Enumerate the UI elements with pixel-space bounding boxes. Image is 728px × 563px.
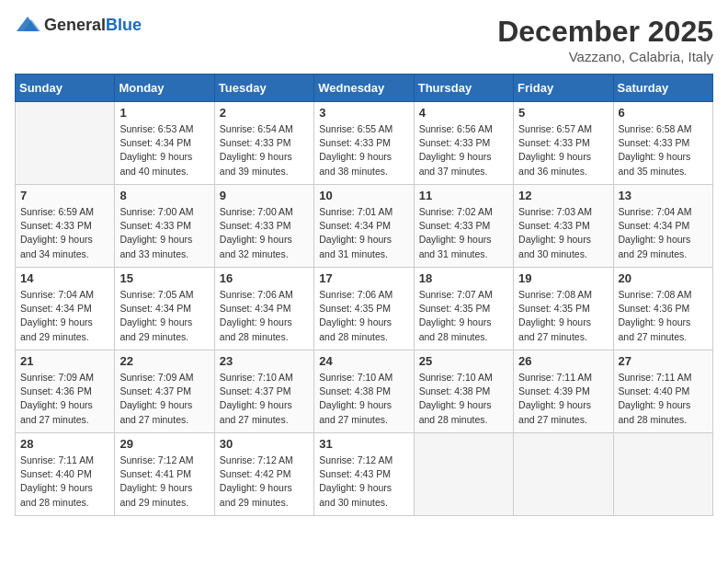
day-number: 4 <box>419 106 508 120</box>
day-info: Sunrise: 7:07 AMSunset: 4:35 PMDaylight:… <box>419 288 508 344</box>
day-number: 16 <box>220 271 309 285</box>
calendar-week-row: 28Sunrise: 7:11 AMSunset: 4:40 PMDayligh… <box>16 433 713 516</box>
calendar-cell <box>514 433 613 516</box>
calendar-cell: 15Sunrise: 7:05 AMSunset: 4:34 PMDayligh… <box>115 268 214 350</box>
calendar-cell: 20Sunrise: 7:08 AMSunset: 4:36 PMDayligh… <box>613 268 712 350</box>
calendar-cell: 18Sunrise: 7:07 AMSunset: 4:35 PMDayligh… <box>414 268 513 350</box>
day-info: Sunrise: 6:56 AMSunset: 4:33 PMDaylight:… <box>419 122 508 178</box>
day-number: 11 <box>419 189 508 202</box>
day-info: Sunrise: 7:09 AMSunset: 4:36 PMDaylight:… <box>20 371 109 427</box>
day-info: Sunrise: 7:06 AMSunset: 4:35 PMDaylight:… <box>319 288 408 344</box>
day-info: Sunrise: 7:06 AMSunset: 4:34 PMDaylight:… <box>220 288 309 344</box>
day-info: Sunrise: 7:02 AMSunset: 4:33 PMDaylight:… <box>419 205 508 261</box>
day-number: 8 <box>119 189 209 202</box>
calendar-cell: 31Sunrise: 7:12 AMSunset: 4:43 PMDayligh… <box>314 433 414 516</box>
page-header: GeneralBlue December 2025 Vazzano, Calab… <box>15 15 713 64</box>
day-of-week-header: Wednesday <box>314 75 414 102</box>
day-number: 24 <box>319 354 408 368</box>
day-info: Sunrise: 7:11 AMSunset: 4:40 PMDaylight:… <box>20 454 109 510</box>
calendar-cell: 3Sunrise: 6:55 AMSunset: 4:33 PMDaylight… <box>314 102 414 185</box>
logo: GeneralBlue <box>15 15 142 35</box>
day-info: Sunrise: 7:00 AMSunset: 4:33 PMDaylight:… <box>220 205 309 261</box>
day-number: 21 <box>20 354 109 368</box>
calendar-cell <box>414 433 513 516</box>
day-number: 31 <box>319 437 408 451</box>
day-info: Sunrise: 6:54 AMSunset: 4:33 PMDaylight:… <box>220 122 309 178</box>
day-of-week-header: Saturday <box>613 75 712 102</box>
calendar-cell: 27Sunrise: 7:11 AMSunset: 4:40 PMDayligh… <box>613 350 712 433</box>
calendar-week-row: 14Sunrise: 7:04 AMSunset: 4:34 PMDayligh… <box>16 268 713 350</box>
calendar-cell: 6Sunrise: 6:58 AMSunset: 4:33 PMDaylight… <box>613 102 712 185</box>
day-info: Sunrise: 7:12 AMSunset: 4:41 PMDaylight:… <box>119 454 209 510</box>
calendar-cell: 4Sunrise: 6:56 AMSunset: 4:33 PMDaylight… <box>414 102 513 185</box>
calendar-cell: 8Sunrise: 7:00 AMSunset: 4:33 PMDaylight… <box>115 185 214 268</box>
logo-text-blue: Blue <box>106 16 142 34</box>
day-info: Sunrise: 6:55 AMSunset: 4:33 PMDaylight:… <box>319 122 408 178</box>
day-of-week-header: Monday <box>115 75 214 102</box>
calendar-cell: 30Sunrise: 7:12 AMSunset: 4:42 PMDayligh… <box>214 433 313 516</box>
calendar-header-row: SundayMondayTuesdayWednesdayThursdayFrid… <box>16 75 713 102</box>
calendar-cell: 28Sunrise: 7:11 AMSunset: 4:40 PMDayligh… <box>16 433 115 516</box>
day-number: 23 <box>220 354 309 368</box>
day-info: Sunrise: 7:10 AMSunset: 4:37 PMDaylight:… <box>220 371 309 427</box>
calendar-cell: 17Sunrise: 7:06 AMSunset: 4:35 PMDayligh… <box>314 268 414 350</box>
day-number: 26 <box>518 354 608 368</box>
day-number: 22 <box>119 354 209 368</box>
month-title: December 2025 <box>497 15 713 49</box>
day-info: Sunrise: 7:05 AMSunset: 4:34 PMDaylight:… <box>119 288 209 344</box>
calendar-cell: 9Sunrise: 7:00 AMSunset: 4:33 PMDaylight… <box>214 185 313 268</box>
calendar-cell: 2Sunrise: 6:54 AMSunset: 4:33 PMDaylight… <box>214 102 313 185</box>
title-block: December 2025 Vazzano, Calabria, Italy <box>497 15 713 64</box>
day-number: 28 <box>20 437 109 451</box>
logo-text-general: General <box>44 16 106 34</box>
day-number: 5 <box>518 106 608 120</box>
calendar-cell: 19Sunrise: 7:08 AMSunset: 4:35 PMDayligh… <box>514 268 613 350</box>
location-label: Vazzano, Calabria, Italy <box>497 49 713 64</box>
calendar-cell: 11Sunrise: 7:02 AMSunset: 4:33 PMDayligh… <box>414 185 513 268</box>
calendar-cell <box>613 433 712 516</box>
day-number: 12 <box>518 189 608 202</box>
calendar-cell: 14Sunrise: 7:04 AMSunset: 4:34 PMDayligh… <box>16 268 115 350</box>
day-info: Sunrise: 6:58 AMSunset: 4:33 PMDaylight:… <box>619 122 708 178</box>
calendar-cell: 10Sunrise: 7:01 AMSunset: 4:34 PMDayligh… <box>314 185 414 268</box>
day-info: Sunrise: 7:08 AMSunset: 4:36 PMDaylight:… <box>619 288 708 344</box>
calendar-week-row: 21Sunrise: 7:09 AMSunset: 4:36 PMDayligh… <box>16 350 713 433</box>
day-of-week-header: Tuesday <box>214 75 313 102</box>
day-number: 29 <box>119 437 209 451</box>
calendar-cell: 5Sunrise: 6:57 AMSunset: 4:33 PMDaylight… <box>514 102 613 185</box>
calendar-cell: 13Sunrise: 7:04 AMSunset: 4:34 PMDayligh… <box>613 185 712 268</box>
calendar-cell: 1Sunrise: 6:53 AMSunset: 4:34 PMDaylight… <box>115 102 214 185</box>
day-info: Sunrise: 7:04 AMSunset: 4:34 PMDaylight:… <box>619 205 708 261</box>
day-number: 10 <box>319 189 408 202</box>
day-info: Sunrise: 6:57 AMSunset: 4:33 PMDaylight:… <box>518 122 608 178</box>
calendar-cell: 16Sunrise: 7:06 AMSunset: 4:34 PMDayligh… <box>214 268 313 350</box>
calendar-cell: 21Sunrise: 7:09 AMSunset: 4:36 PMDayligh… <box>16 350 115 433</box>
calendar-cell: 22Sunrise: 7:09 AMSunset: 4:37 PMDayligh… <box>115 350 214 433</box>
calendar-cell: 7Sunrise: 6:59 AMSunset: 4:33 PMDaylight… <box>16 185 115 268</box>
logo-icon <box>15 15 40 35</box>
day-number: 27 <box>619 354 708 368</box>
day-number: 6 <box>619 106 708 120</box>
day-info: Sunrise: 7:04 AMSunset: 4:34 PMDaylight:… <box>20 288 109 344</box>
calendar-table: SundayMondayTuesdayWednesdayThursdayFrid… <box>15 74 713 516</box>
day-info: Sunrise: 6:53 AMSunset: 4:34 PMDaylight:… <box>119 122 209 178</box>
day-of-week-header: Friday <box>514 75 613 102</box>
day-number: 15 <box>119 271 209 285</box>
calendar-cell: 12Sunrise: 7:03 AMSunset: 4:33 PMDayligh… <box>514 185 613 268</box>
day-number: 2 <box>220 106 309 120</box>
calendar-cell <box>16 102 115 185</box>
day-info: Sunrise: 7:10 AMSunset: 4:38 PMDaylight:… <box>419 371 508 427</box>
calendar-cell: 24Sunrise: 7:10 AMSunset: 4:38 PMDayligh… <box>314 350 414 433</box>
day-number: 19 <box>518 271 608 285</box>
calendar-week-row: 7Sunrise: 6:59 AMSunset: 4:33 PMDaylight… <box>16 185 713 268</box>
day-number: 13 <box>619 189 708 202</box>
day-info: Sunrise: 6:59 AMSunset: 4:33 PMDaylight:… <box>20 205 109 261</box>
calendar-week-row: 1Sunrise: 6:53 AMSunset: 4:34 PMDaylight… <box>16 102 713 185</box>
day-number: 17 <box>319 271 408 285</box>
day-number: 3 <box>319 106 408 120</box>
day-number: 20 <box>619 271 708 285</box>
day-of-week-header: Sunday <box>16 75 115 102</box>
day-info: Sunrise: 7:00 AMSunset: 4:33 PMDaylight:… <box>119 205 209 261</box>
calendar-cell: 23Sunrise: 7:10 AMSunset: 4:37 PMDayligh… <box>214 350 313 433</box>
day-number: 1 <box>119 106 209 120</box>
